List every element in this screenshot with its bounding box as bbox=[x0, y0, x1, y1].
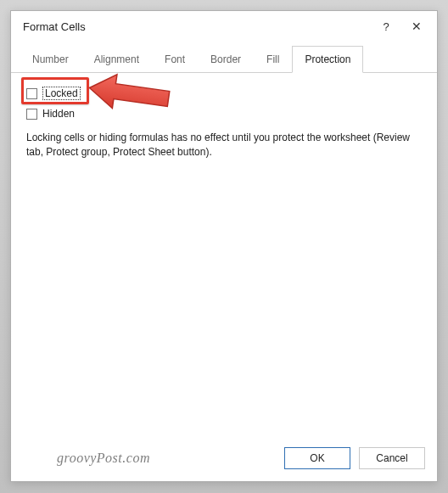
hidden-checkbox[interactable] bbox=[26, 109, 37, 120]
tab-border[interactable]: Border bbox=[198, 46, 254, 73]
tab-fill[interactable]: Fill bbox=[254, 46, 292, 73]
format-cells-dialog: Format Cells ? ✕ Number Alignment Font B… bbox=[10, 10, 438, 482]
locked-checkbox-row[interactable]: Locked bbox=[26, 85, 422, 102]
screenshot-background: Format Cells ? ✕ Number Alignment Font B… bbox=[0, 0, 448, 493]
watermark-text: groovyPost.com bbox=[23, 451, 276, 466]
cancel-button[interactable]: Cancel bbox=[359, 447, 425, 469]
tab-bar: Number Alignment Font Border Fill Protec… bbox=[11, 42, 437, 73]
tab-content-protection: Locked Hidden Locking cells or hiding fo… bbox=[11, 73, 437, 439]
dialog-footer: groovyPost.com OK Cancel bbox=[11, 439, 437, 481]
tab-font[interactable]: Font bbox=[152, 46, 198, 73]
locked-checkbox-label: Locked bbox=[42, 87, 81, 100]
help-icon: ? bbox=[383, 20, 389, 33]
dialog-title: Format Cells bbox=[23, 20, 371, 33]
protection-info-text: Locking cells or hiding formulas has no … bbox=[26, 131, 422, 160]
tab-protection[interactable]: Protection bbox=[292, 46, 363, 73]
ok-button[interactable]: OK bbox=[284, 447, 350, 469]
tab-number[interactable]: Number bbox=[20, 46, 81, 73]
hidden-checkbox-row[interactable]: Hidden bbox=[26, 105, 422, 122]
hidden-checkbox-label: Hidden bbox=[42, 108, 75, 120]
close-button[interactable]: ✕ bbox=[401, 14, 432, 38]
titlebar: Format Cells ? ✕ bbox=[11, 11, 437, 42]
close-icon: ✕ bbox=[412, 20, 422, 33]
locked-checkbox[interactable] bbox=[26, 88, 37, 99]
help-button[interactable]: ? bbox=[371, 14, 401, 38]
tab-alignment[interactable]: Alignment bbox=[81, 46, 152, 73]
